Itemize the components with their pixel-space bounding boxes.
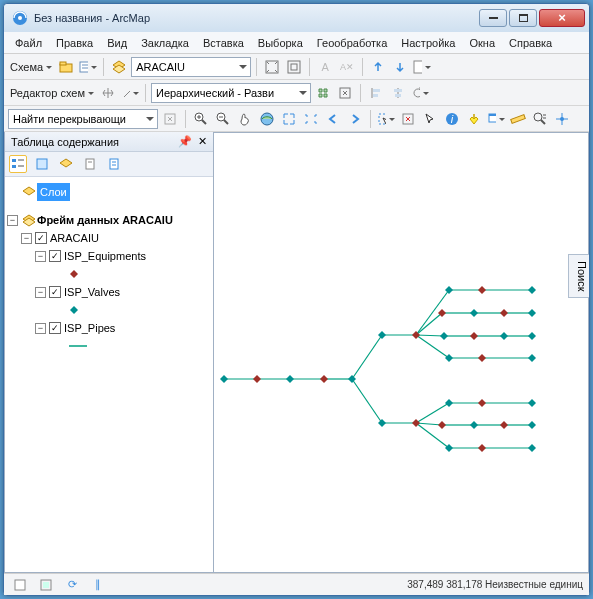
tree-root[interactable]: Слои bbox=[7, 183, 211, 201]
svg-line-37 bbox=[541, 120, 545, 124]
tree-layer-valves[interactable]: − ✓ ISP_Valves bbox=[7, 283, 211, 301]
full-extent-icon[interactable] bbox=[257, 109, 277, 129]
collapse-icon[interactable]: − bbox=[35, 287, 46, 298]
label-ax-icon[interactable]: A✕ bbox=[337, 57, 357, 77]
window-titlebar: Без названия - ArcMap × bbox=[4, 4, 589, 32]
schema-editor-menu[interactable]: Редактор схем bbox=[8, 87, 96, 99]
svg-marker-114 bbox=[528, 354, 536, 362]
html-popup-icon[interactable] bbox=[486, 109, 506, 129]
align-center-icon[interactable] bbox=[388, 83, 408, 103]
clear-selection-icon[interactable] bbox=[398, 109, 418, 129]
menu-bookmark[interactable]: Закладка bbox=[134, 35, 196, 51]
collapse-icon[interactable]: − bbox=[35, 251, 46, 262]
options-icon[interactable] bbox=[105, 155, 123, 173]
svg-rect-47 bbox=[37, 159, 47, 169]
data-view-icon[interactable] bbox=[10, 575, 30, 595]
menu-windows[interactable]: Окна bbox=[462, 35, 502, 51]
svg-marker-123 bbox=[478, 444, 486, 452]
svg-rect-43 bbox=[12, 159, 16, 162]
fit-icon[interactable] bbox=[262, 57, 282, 77]
zoom-in-icon[interactable] bbox=[191, 109, 211, 129]
menu-edit[interactable]: Правка bbox=[49, 35, 100, 51]
svg-marker-108 bbox=[440, 332, 448, 340]
go-to-xy-icon[interactable] bbox=[552, 109, 572, 129]
pause-icon[interactable]: ∥ bbox=[88, 575, 108, 595]
apply-layout-icon[interactable] bbox=[313, 83, 333, 103]
maximize-button[interactable] bbox=[509, 9, 537, 27]
search-tab[interactable]: Поиск bbox=[568, 254, 589, 298]
menu-file[interactable]: Файл bbox=[8, 35, 49, 51]
collapse-icon[interactable]: − bbox=[21, 233, 32, 244]
svg-marker-112 bbox=[445, 354, 453, 362]
tree-layer-pipes[interactable]: − ✓ ISP_Pipes bbox=[7, 319, 211, 337]
measure-icon[interactable] bbox=[508, 109, 528, 129]
pointer-icon[interactable] bbox=[420, 109, 440, 129]
checkbox-icon[interactable]: ✓ bbox=[35, 232, 47, 244]
toc-tree[interactable]: Слои − Фрейм данных ARACAIU − ✓ ARACAIU … bbox=[5, 177, 213, 572]
collapse-icon[interactable]: − bbox=[35, 323, 46, 334]
identify-icon[interactable]: i bbox=[442, 109, 462, 129]
svg-rect-10 bbox=[288, 61, 300, 73]
svg-marker-105 bbox=[470, 309, 478, 317]
close-button[interactable]: × bbox=[539, 9, 585, 27]
menu-geoprocessing[interactable]: Геообработка bbox=[310, 35, 395, 51]
fit2-icon[interactable] bbox=[284, 57, 304, 77]
edit-move-icon[interactable] bbox=[98, 83, 118, 103]
checkbox-icon[interactable]: ✓ bbox=[49, 322, 61, 334]
svg-marker-115 bbox=[445, 399, 453, 407]
menu-customize[interactable]: Настройка bbox=[394, 35, 462, 51]
minimize-button[interactable] bbox=[479, 9, 507, 27]
list-by-source-icon[interactable] bbox=[33, 155, 51, 173]
increase-icon[interactable] bbox=[390, 57, 410, 77]
layer-combo[interactable]: ARACAIU bbox=[131, 57, 251, 77]
find-overlapping-combo[interactable]: Найти перекрывающи bbox=[8, 109, 158, 129]
open-schema-icon[interactable] bbox=[56, 57, 76, 77]
svg-marker-109 bbox=[470, 332, 478, 340]
refresh-icon[interactable]: ⟳ bbox=[62, 575, 82, 595]
list-by-selection-icon[interactable] bbox=[81, 155, 99, 173]
fixed-zoom-in-icon[interactable] bbox=[279, 109, 299, 129]
toc-close-icon[interactable]: ✕ bbox=[198, 135, 207, 148]
collapse-icon[interactable]: − bbox=[7, 215, 18, 226]
schema-menu[interactable]: Схема bbox=[8, 61, 54, 73]
page-icon[interactable] bbox=[412, 57, 432, 77]
zoom-out-icon[interactable] bbox=[213, 109, 233, 129]
svg-rect-15 bbox=[373, 89, 380, 92]
label-a-icon[interactable]: A bbox=[315, 57, 335, 77]
tree-dataframe[interactable]: − Фрейм данных ARACAIU bbox=[7, 211, 211, 229]
pan-icon[interactable] bbox=[235, 109, 255, 129]
tree-layer-aracaiu[interactable]: − ✓ ARACAIU bbox=[7, 229, 211, 247]
toolbar-schema: Схема ARACAIU A A✕ bbox=[4, 54, 589, 80]
clear-find-icon[interactable] bbox=[160, 109, 180, 129]
svg-line-85 bbox=[416, 423, 442, 425]
menu-insert[interactable]: Вставка bbox=[196, 35, 251, 51]
menu-view[interactable]: Вид bbox=[100, 35, 134, 51]
map-view[interactable] bbox=[214, 132, 589, 573]
checkbox-icon[interactable]: ✓ bbox=[49, 250, 61, 262]
rotate-icon[interactable] bbox=[410, 83, 430, 103]
decrease-icon[interactable] bbox=[368, 57, 388, 77]
menu-help[interactable]: Справка bbox=[502, 35, 559, 51]
svg-rect-19 bbox=[395, 94, 401, 97]
edit-tool-icon[interactable] bbox=[120, 83, 140, 103]
forward-icon[interactable] bbox=[345, 109, 365, 129]
align-left-icon[interactable] bbox=[366, 83, 386, 103]
toc-titlebar: Таблица содержания 📌 ✕ bbox=[5, 132, 213, 152]
schema-dropdown-icon[interactable] bbox=[78, 57, 98, 77]
layout-combo[interactable]: Иерархический - Разви bbox=[151, 83, 311, 103]
tree-layer-equipments[interactable]: − ✓ ISP_Equipments bbox=[7, 247, 211, 265]
hyperlink-icon[interactable] bbox=[464, 109, 484, 129]
fixed-zoom-out-icon[interactable] bbox=[301, 109, 321, 129]
svg-point-1 bbox=[18, 16, 22, 20]
list-by-visibility-icon[interactable] bbox=[57, 155, 75, 173]
checkbox-icon[interactable]: ✓ bbox=[49, 286, 61, 298]
layout-props-icon[interactable] bbox=[335, 83, 355, 103]
find-icon[interactable] bbox=[530, 109, 550, 129]
layer-icon[interactable] bbox=[109, 57, 129, 77]
toc-pin-icon[interactable]: 📌 bbox=[178, 135, 192, 148]
select-features-icon[interactable] bbox=[376, 109, 396, 129]
back-icon[interactable] bbox=[323, 109, 343, 129]
list-by-drawing-icon[interactable] bbox=[9, 155, 27, 173]
layout-view-icon[interactable] bbox=[36, 575, 56, 595]
menu-selection[interactable]: Выборка bbox=[251, 35, 310, 51]
